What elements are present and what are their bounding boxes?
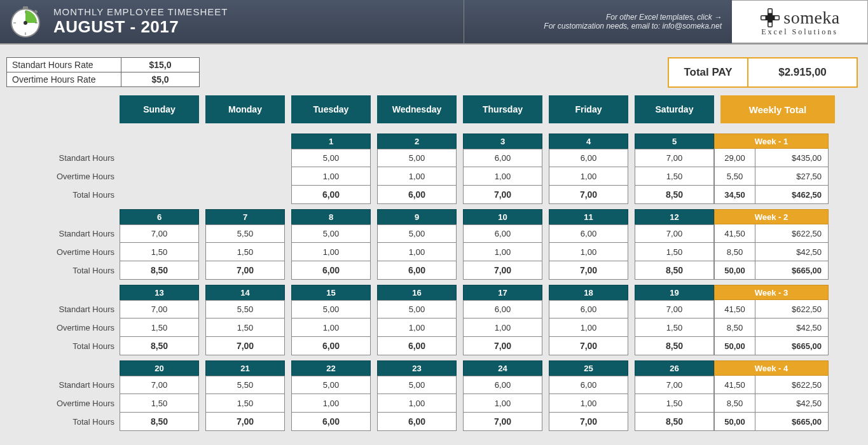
day-col: 207,001,508,50	[120, 360, 199, 431]
cell-ot[interactable]: 1,00	[463, 318, 542, 337]
cell-std[interactable]: 6,00	[549, 224, 628, 243]
cell-tot[interactable]: 8,50	[635, 337, 714, 355]
cell-std[interactable]: 5,00	[377, 376, 457, 394]
cell-ot[interactable]: 1,50	[635, 243, 714, 261]
cell-tot[interactable]: 7,00	[205, 261, 285, 280]
day-number: 2	[377, 134, 457, 149]
cell-std[interactable]: 6,00	[549, 149, 628, 167]
day-number: 9	[377, 209, 457, 224]
cell-ot[interactable]: 1,00	[291, 394, 371, 413]
cell-std[interactable]: 7,00	[635, 149, 714, 167]
cell-tot[interactable]: 6,00	[291, 413, 371, 431]
cell-std[interactable]: 5,00	[291, 300, 371, 318]
cell-ot[interactable]: 1,50	[635, 318, 714, 337]
cell-ot[interactable]: 1,50	[635, 167, 714, 186]
logo-box[interactable]: someka Excel Solutions	[732, 0, 868, 43]
cell-ot[interactable]: 1,50	[205, 318, 285, 337]
cell-ot[interactable]: 1,00	[463, 394, 542, 413]
total-pay-value: $2.915,00	[748, 58, 857, 86]
cell-ot[interactable]: 1,50	[120, 318, 199, 337]
cell-std[interactable]: 7,00	[635, 224, 714, 243]
cell-tot[interactable]: 7,00	[549, 337, 628, 355]
cell-std[interactable]: 6,00	[463, 224, 542, 243]
cell-tot[interactable]: 6,00	[377, 413, 457, 431]
cell-tot[interactable]: 8,50	[635, 186, 714, 204]
week-total-header: Week - 3	[714, 285, 829, 300]
cell-ot[interactable]: 1,00	[377, 167, 457, 186]
cell-tot[interactable]: 8,50	[120, 337, 199, 355]
cell-ot[interactable]: 1,00	[291, 167, 371, 186]
cell-std[interactable]: 6,00	[549, 300, 628, 318]
days-header: SundayMondayTuesdayWednesdayThursdayFrid…	[120, 95, 868, 123]
cell-ot[interactable]: 1,00	[549, 243, 628, 261]
cell-ot[interactable]: 1,00	[291, 318, 371, 337]
cell-tot[interactable]: 8,50	[635, 261, 714, 280]
cell-ot[interactable]: 1,00	[549, 394, 628, 413]
cell-tot[interactable]: 6,00	[377, 337, 457, 355]
cell-tot[interactable]: 7,00	[205, 413, 285, 431]
cell-std[interactable]: 5,50	[205, 224, 285, 243]
cell-tot[interactable]: 6,00	[291, 261, 371, 280]
cell-std[interactable]: 5,00	[291, 224, 371, 243]
cell-ot[interactable]: 1,00	[463, 243, 542, 261]
week-pay: $622,50	[755, 300, 828, 318]
week-pay: $665,00	[755, 337, 828, 355]
cell-tot[interactable]: 6,00	[377, 261, 457, 280]
day-col: 246,001,007,00	[463, 360, 542, 431]
cell-std[interactable]: 5,00	[377, 300, 457, 318]
cell-ot[interactable]: 1,00	[291, 243, 371, 261]
cell-tot[interactable]: 7,00	[549, 413, 628, 431]
cell-ot[interactable]: 1,00	[377, 394, 457, 413]
cell-tot[interactable]: 7,00	[463, 261, 542, 280]
cell-std[interactable]: 7,00	[635, 376, 714, 394]
cell-std[interactable]: 5,00	[291, 376, 371, 394]
cell-ot[interactable]: 1,50	[635, 394, 714, 413]
cell-std[interactable]: 7,00	[120, 300, 199, 318]
overtime-rate-value[interactable]: $5,0	[121, 72, 199, 86]
cell-std[interactable]: 5,50	[205, 300, 285, 318]
cell-std[interactable]: 5,00	[291, 149, 371, 167]
standard-rate-value[interactable]: $15,0	[121, 58, 199, 72]
cell-std[interactable]: 5,00	[377, 149, 457, 167]
cell-std[interactable]: 6,00	[463, 376, 542, 394]
cell-ot[interactable]: 1,50	[120, 394, 199, 413]
week-total-header: Week - 4	[714, 360, 829, 376]
cell-ot[interactable]: 1,00	[377, 243, 457, 261]
cell-std[interactable]: 5,00	[377, 224, 457, 243]
cell-ot[interactable]: 1,50	[205, 243, 285, 261]
cell-tot[interactable]: 6,00	[291, 186, 371, 204]
cell-tot[interactable]: 8,50	[635, 413, 714, 431]
cell-tot[interactable]: 7,00	[549, 261, 628, 280]
cell-std[interactable]: 6,00	[549, 376, 628, 394]
cell-std[interactable]: 7,00	[120, 376, 199, 394]
cell-ot[interactable]: 1,00	[463, 167, 542, 186]
cell-std[interactable]: 6,00	[463, 149, 542, 167]
logo-icon	[759, 7, 781, 29]
cell-tot[interactable]: 7,00	[463, 337, 542, 355]
cell-tot[interactable]: 7,00	[463, 186, 542, 204]
week-pay: $462,50	[755, 186, 828, 203]
cell-ot[interactable]: 1,50	[205, 394, 285, 413]
cell-ot[interactable]: 1,00	[549, 167, 628, 186]
cell-std[interactable]: 7,00	[635, 300, 714, 318]
cell-std[interactable]: 5,50	[205, 376, 285, 394]
templates-link[interactable]: For other Excel templates, click →	[606, 13, 722, 22]
week-row: Standart HoursOvertime HoursTotal Hours1…	[6, 134, 868, 204]
day-col: 197,001,508,50	[635, 285, 714, 355]
cell-tot[interactable]: 7,00	[463, 413, 542, 431]
cell-tot[interactable]: 6,00	[291, 337, 371, 355]
cell-tot[interactable]: 8,50	[120, 413, 199, 431]
cell-ot[interactable]: 1,00	[377, 318, 457, 337]
cell-ot[interactable]: 1,00	[549, 318, 628, 337]
cell-tot[interactable]: 7,00	[549, 186, 628, 204]
day-col: 85,001,006,00	[291, 209, 371, 280]
cell-tot[interactable]: 6,00	[377, 186, 457, 204]
cell-tot[interactable]: 8,50	[120, 261, 199, 280]
cell-tot[interactable]: 7,00	[205, 337, 285, 355]
cell-ot[interactable]: 1,50	[120, 243, 199, 261]
stopwatch-icon	[9, 5, 42, 38]
day-number: 7	[205, 209, 285, 224]
cell-std[interactable]: 6,00	[463, 300, 542, 318]
cell-std[interactable]: 7,00	[120, 224, 199, 243]
week-total: Week - 129,00$435,005,50$27,5034,50$462,…	[714, 134, 829, 204]
